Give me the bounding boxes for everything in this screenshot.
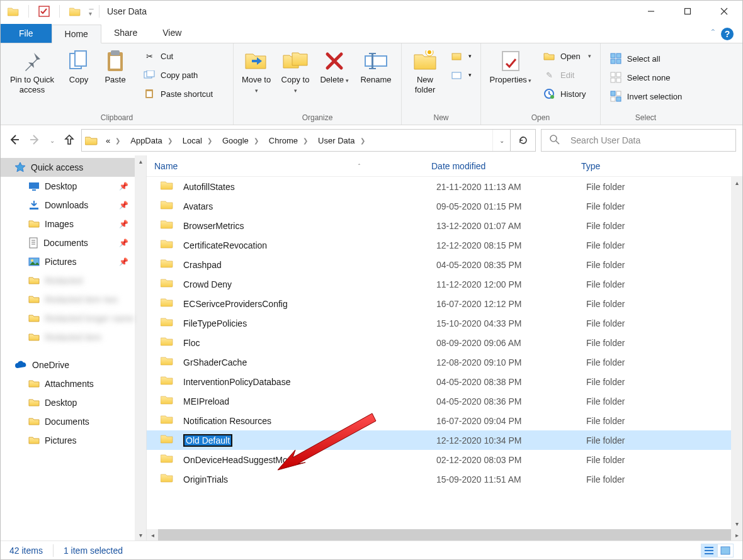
breadcrumb-overflow[interactable]: «❯	[101, 136, 125, 145]
breadcrumb-local[interactable]: Local❯	[178, 136, 217, 145]
select-none-button[interactable]: Select none	[606, 70, 686, 85]
nav-up-button[interactable]	[62, 133, 76, 148]
nav-od-documents[interactable]: Documents	[1, 412, 135, 431]
table-row[interactable]: OriginTrials15-09-2020 11:51 AMFile fold…	[147, 469, 742, 489]
nav-pinned-item[interactable]: Redacted item	[1, 328, 135, 347]
table-row[interactable]: OnDeviceHeadSuggestModel02-12-2020 08:03…	[147, 450, 742, 469]
paste-button[interactable]: Paste	[99, 46, 132, 87]
collapse-ribbon-icon[interactable]: ˆ	[712, 28, 715, 40]
svg-rect-39	[29, 182, 39, 189]
folder-icon	[161, 258, 174, 272]
tab-home[interactable]: Home	[52, 25, 101, 43]
nav-od-desktop[interactable]: Desktop	[1, 393, 135, 412]
breadcrumb-chrome[interactable]: Chrome❯	[264, 136, 313, 145]
nav-downloads[interactable]: Downloads📌	[1, 196, 135, 215]
rename-input[interactable]: Old Default	[183, 434, 232, 447]
qat-dropdown-icon[interactable]: ─▾	[88, 5, 95, 18]
open-button[interactable]: Open▾	[539, 48, 595, 64]
view-details-button[interactable]	[701, 544, 717, 557]
new-item-button[interactable]: ▾	[447, 48, 475, 64]
table-row[interactable]: FileTypePolicies15-10-2020 04:33 PMFile …	[147, 313, 742, 333]
refresh-button[interactable]	[510, 130, 535, 151]
nav-od-attachments[interactable]: Attachments	[1, 374, 135, 393]
column-name[interactable]: Nameˆ	[147, 161, 424, 171]
nav-desktop[interactable]: Desktop📌	[1, 177, 135, 196]
sort-indicator-icon: ˆ	[358, 163, 360, 169]
pin-icon: 📌	[119, 238, 128, 247]
table-row[interactable]: Notification Resources16-07-2020 09:04 P…	[147, 411, 742, 430]
rename-button[interactable]: Rename	[356, 46, 396, 87]
nav-pinned-item[interactable]: Redacted longer name	[1, 309, 135, 328]
list-scrollbar[interactable]: ▴▾	[731, 177, 742, 529]
nav-back-button[interactable]	[7, 133, 21, 148]
new-folder-button[interactable]: New folder	[407, 46, 443, 97]
move-to-button[interactable]: Move to ▾	[239, 46, 274, 97]
view-thumbnails-button[interactable]	[717, 544, 734, 557]
close-button[interactable]	[706, 1, 742, 22]
table-row[interactable]: MEIPreload04-05-2020 08:36 PMFile folder	[147, 391, 742, 411]
qat-folder-icon[interactable]	[69, 5, 81, 18]
invert-selection-button[interactable]: Invert selection	[606, 89, 686, 104]
table-row[interactable]: BrowserMetrics13-12-2020 01:07 AMFile fo…	[147, 216, 742, 235]
nav-pictures[interactable]: Pictures📌	[1, 252, 135, 271]
table-row[interactable]: GrShaderCache12-08-2020 09:10 PMFile fol…	[147, 352, 742, 372]
tab-file[interactable]: File	[1, 24, 52, 43]
nav-quick-access[interactable]: Quick access	[1, 158, 135, 177]
cell-name: AutofillStates	[183, 182, 436, 192]
help-icon[interactable]: ?	[721, 28, 734, 40]
folder-icon	[161, 219, 174, 233]
svg-rect-23	[611, 53, 615, 58]
tab-view[interactable]: View	[150, 24, 194, 43]
paste-shortcut-button[interactable]: Paste shortcut	[139, 86, 217, 101]
address-bar[interactable]: «❯ AppData❯ Local❯ Google❯ Chrome❯ User …	[81, 129, 536, 152]
copy-button[interactable]: Copy	[62, 46, 95, 87]
breadcrumb-appdata[interactable]: AppData❯	[125, 136, 178, 145]
breadcrumb-userdata[interactable]: User Data❯	[313, 136, 370, 145]
nav-images[interactable]: Images📌	[1, 215, 135, 233]
table-row[interactable]: AutofillStates21-11-2020 11:13 AMFile fo…	[147, 177, 742, 196]
breadcrumb-folder-icon[interactable]	[82, 135, 101, 145]
delete-button[interactable]: Delete ▾	[317, 46, 352, 87]
maximize-button[interactable]	[669, 1, 706, 22]
edit-icon: ✎	[543, 69, 555, 81]
select-all-button[interactable]: Select all	[606, 51, 686, 66]
table-row[interactable]: Old Default12-12-2020 10:34 PMFile folde…	[147, 430, 742, 450]
search-input[interactable]	[569, 135, 728, 146]
table-row[interactable]: Avatars09-05-2020 01:15 PMFile folder	[147, 196, 742, 216]
nav-od-pictures[interactable]: Pictures	[1, 431, 135, 450]
properties-button[interactable]: Properties ▾	[486, 46, 535, 87]
history-button[interactable]: History	[539, 86, 595, 101]
table-row[interactable]: Crashpad04-05-2020 08:35 PMFile folder	[147, 255, 742, 274]
minimize-button[interactable]	[633, 1, 669, 22]
svg-rect-13	[372, 53, 373, 69]
tab-share[interactable]: Share	[101, 24, 150, 43]
address-dropdown-button[interactable]: ⌄	[492, 130, 510, 151]
nav-recent-button[interactable]: ⌄	[50, 137, 55, 144]
copy-path-button[interactable]: Copy path	[139, 67, 217, 82]
column-date[interactable]: Date modified	[424, 161, 574, 171]
nav-pinned-item[interactable]: Redacted	[1, 271, 135, 290]
rename-icon	[357, 48, 395, 74]
nav-pinned-item[interactable]: Redacted item two	[1, 290, 135, 309]
breadcrumb-google[interactable]: Google❯	[217, 136, 264, 145]
svg-rect-24	[616, 53, 621, 58]
cut-button[interactable]: ✂Cut	[139, 48, 217, 64]
table-row[interactable]: Floc08-09-2020 09:06 AMFile folder	[147, 333, 742, 352]
column-type[interactable]: Type	[574, 161, 742, 171]
pin-to-quick-access-button[interactable]: Pin to Quick access	[6, 46, 59, 97]
nav-onedrive[interactable]: OneDrive	[1, 356, 135, 374]
table-row[interactable]: CertificateRevocation12-12-2020 08:15 PM…	[147, 235, 742, 255]
table-row[interactable]: ECSerivceProvidersConfig16-07-2020 12:12…	[147, 294, 742, 313]
list-header[interactable]: Nameˆ Date modified Type	[147, 155, 742, 177]
table-row[interactable]: Crowd Deny11-12-2020 12:00 PMFile folder	[147, 274, 742, 294]
nav-documents[interactable]: Documents📌	[1, 233, 135, 252]
qat-checkbox-icon[interactable]	[38, 5, 50, 18]
table-row[interactable]: InterventionPolicyDatabase04-05-2020 08:…	[147, 372, 742, 391]
search-box[interactable]	[541, 129, 736, 152]
folder-icon	[161, 356, 174, 369]
copy-to-button[interactable]: Copy to ▾	[278, 46, 313, 97]
easy-access-button[interactable]: ▾	[447, 67, 475, 82]
cell-type: File folder	[586, 240, 742, 250]
horizontal-scrollbar[interactable]: ◂▸	[147, 529, 742, 540]
nav-pane-scrollbar[interactable]: ▴▾	[135, 155, 146, 540]
